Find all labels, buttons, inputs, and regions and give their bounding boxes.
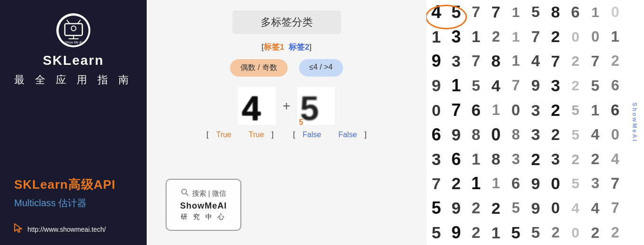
result2-false1: False [303, 131, 321, 139]
mnist-row-9: 5 9 2 1 5 5 2 0 2 2 [426, 220, 625, 245]
mnist-cell: 4 [605, 147, 625, 172]
mnist-cell: 1 [426, 25, 446, 49]
mnist-cell: 6 [446, 147, 466, 172]
mnist-cell: 4 [585, 122, 605, 147]
images-row: 4 4 4 + 5 5 [238, 87, 335, 125]
svg-point-14 [182, 189, 186, 194]
mnist-cell: 2 [605, 220, 625, 245]
right-watermark: ShowMeAI [625, 0, 644, 245]
mnist-cell: 5 [506, 196, 526, 220]
svg-line-15 [186, 193, 188, 196]
mnist-cell: 9 [526, 172, 546, 196]
mnist-grid: 4 5 7 7 1 5 8 6 1 0 1 3 1 2 1 7 2 0 0 1 … [426, 0, 625, 245]
mnist-cell: 1 [466, 172, 486, 196]
mnist-cell: 9 [526, 73, 546, 98]
label-le-gt: ≤4 / >4 [299, 59, 343, 77]
mnist-cell: 0 [486, 122, 506, 147]
mnist-cell: 0 [546, 196, 565, 220]
mnist-cell: 3 [546, 73, 565, 98]
mnist-cell: 7 [526, 25, 546, 49]
mnist-row-1: 1 3 1 2 1 7 2 0 0 1 [426, 25, 625, 49]
brand-title: SKLearn [43, 53, 104, 68]
result1-true2: True [248, 131, 264, 139]
mnist-row-4: 0 7 6 1 0 3 2 5 1 6 [426, 98, 625, 122]
mnist-cell: 2 [605, 49, 625, 74]
section-title: 多标签分类 [232, 10, 341, 34]
mnist-cell: 3 [526, 122, 546, 147]
mnist-cell: 2 [546, 98, 565, 122]
mnist-cell: 2 [446, 172, 466, 196]
search-label: 搜索 | 微信 [192, 189, 226, 198]
mnist-cell: 1 [486, 220, 506, 245]
mnist-cell: 8 [486, 49, 506, 74]
search-icon [181, 188, 189, 199]
mnist-cell: 1 [466, 25, 486, 49]
search-wm-top: 搜索 | 微信 [181, 188, 226, 199]
mnist-cell: 7 [486, 0, 506, 25]
mnist-cell: 2 [486, 196, 506, 220]
digit-5-image: 5 5 [297, 87, 335, 125]
result-sep [281, 131, 285, 139]
mnist-cell: 7 [605, 172, 625, 196]
mnist-cell: 3 [446, 25, 466, 49]
result2-suffix: ] [364, 131, 366, 139]
mnist-cell: 0 [565, 220, 585, 245]
wm-brand: ShowMeAI [180, 201, 227, 211]
mnist-cell: 1 [486, 98, 506, 122]
mnist-cell: 4 [486, 73, 506, 98]
mnist-cell: 6 [565, 0, 585, 25]
left-panel: Show Me AI SKLearn 最 全 应 用 指 南 SKLearn高级… [0, 0, 147, 245]
mnist-cell: 5 [565, 122, 585, 147]
mnist-cell: 7 [605, 196, 625, 220]
mnist-cell: 1 [486, 172, 506, 196]
search-watermark: 搜索 | 微信 ShowMeAI 研 究 中 心 [166, 179, 241, 231]
result1-suffix: ] [272, 131, 273, 139]
mnist-cell: 7 [426, 172, 446, 196]
mnist-row-0: 4 5 7 7 1 5 8 6 1 0 [426, 0, 625, 25]
mnist-cell: 9 [426, 73, 446, 98]
mnist-cell: 2 [585, 220, 605, 245]
mnist-cell: 7 [506, 73, 526, 98]
mnist-cell: 3 [506, 147, 526, 172]
svg-marker-8 [15, 224, 22, 232]
mnist-cell: 2 [466, 196, 486, 220]
mnist-cell: 5 [506, 220, 526, 245]
mnist-cell: 6 [426, 122, 446, 147]
mnist-cell: 7 [585, 49, 605, 74]
right-panel: 4 5 7 7 1 5 8 6 1 0 1 3 1 2 1 7 2 0 0 1 … [426, 0, 644, 245]
cursor-icon [13, 223, 24, 233]
result1-prefix: [ [206, 131, 208, 139]
mnist-cell: 4 [585, 196, 605, 220]
mnist-cell: 1 [585, 98, 605, 122]
mnist-cell: 2 [565, 147, 585, 172]
mnist-cell: 5 [426, 220, 446, 245]
mnist-row-2: 9 3 7 8 1 4 7 2 7 2 [426, 49, 625, 74]
digit-4-label: 4 [240, 118, 244, 127]
svg-text:4: 4 [242, 89, 261, 125]
mnist-cell: 7 [446, 98, 466, 122]
mnist-row-7: 7 2 1 1 6 9 0 5 3 7 [426, 172, 625, 196]
result1-space [239, 131, 241, 139]
mnist-cell: 0 [585, 25, 605, 49]
mnist-cell: 0 [426, 98, 446, 122]
mnist-row-8: 5 9 2 2 5 9 0 4 4 7 [426, 196, 625, 220]
mnist-cell: 5 [426, 196, 446, 220]
mnist-cell: 9 [526, 196, 546, 220]
mnist-cell: 9 [446, 122, 466, 147]
mnist-cell: 3 [526, 98, 546, 122]
mnist-cell: 9 [446, 220, 466, 245]
digit-5-label: 5 [299, 118, 303, 127]
mnist-cell: 5 [526, 0, 546, 25]
mnist-cell: 8 [486, 147, 506, 172]
mnist-cell: 0 [605, 0, 625, 25]
mnist-cell: 5 [585, 73, 605, 98]
label-even-odd: 偶数 / 奇数 [230, 59, 287, 77]
mnist-cell: 8 [506, 122, 526, 147]
tag1: 标签1 [264, 43, 284, 52]
result1-true1: True [216, 131, 231, 139]
plus-sign: + [281, 98, 292, 114]
mnist-cell: 1 [585, 0, 605, 25]
mnist-cell: 2 [585, 147, 605, 172]
mnist-cell: 5 [565, 172, 585, 196]
watermark-text: ShowMeAI [631, 103, 638, 143]
